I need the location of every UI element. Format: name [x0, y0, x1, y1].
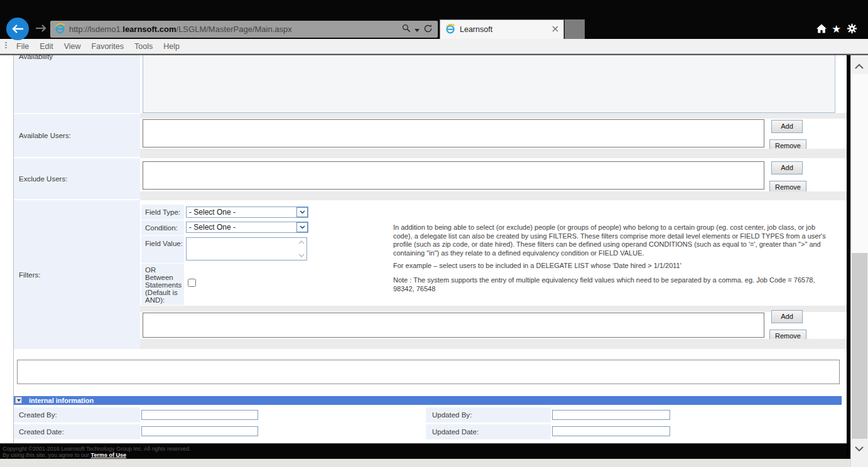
ie-favicon [55, 23, 65, 36]
filters-info-paragraph: In addition to being able to select (or … [393, 223, 833, 257]
condition-label: Condition: [141, 224, 178, 232]
available-users-label-cell: Available Users: [14, 114, 140, 157]
tab-close-icon[interactable] [552, 25, 558, 34]
add-available-users-button[interactable]: Add [771, 120, 803, 133]
row-divider [140, 113, 847, 119]
scrollbar-thumb[interactable] [852, 253, 867, 439]
or-between-checkbox[interactable] [188, 279, 196, 287]
terms-of-use-link[interactable]: Terms of Use [91, 452, 126, 458]
created-date-label: Created Date: [14, 428, 64, 436]
available-users-listbox[interactable] [143, 119, 764, 148]
exclude-users-listbox[interactable] [143, 161, 764, 190]
field-type-selected-value: - Select One - [189, 208, 236, 217]
add-exclude-users-button[interactable]: Add [771, 161, 803, 174]
chevron-up-icon [855, 64, 864, 69]
availability-panel [143, 55, 835, 113]
updated-by-label-cell: Updated By: [426, 407, 551, 422]
menu-item-view[interactable]: View [64, 39, 81, 54]
scroll-up-hint-icon [298, 240, 305, 244]
updated-by-label: Updated By: [426, 411, 472, 419]
created-date-label-cell: Created Date: [14, 424, 140, 439]
copyright-text: Copyright ©2001-2016 Learnsoft Technolog… [3, 446, 191, 452]
toolbar-drag-handle[interactable] [5, 42, 7, 50]
scroll-down-hint-icon [298, 254, 305, 257]
back-arrow-icon [11, 24, 24, 34]
availability-label-cell: Availability [14, 55, 140, 113]
row-divider [140, 149, 847, 158]
condition-selected-value: - Select One - [189, 223, 236, 232]
chevron-down-icon[interactable] [296, 207, 308, 217]
scroll-up-button[interactable] [852, 59, 867, 74]
or-between-label: OR Between Statements (Default is AND): [141, 264, 184, 304]
menu-item-file[interactable]: File [16, 39, 29, 54]
row-divider [140, 339, 847, 349]
internal-information-title: internal information [29, 396, 94, 405]
filters-info-note: Note : The system supports the entry of … [393, 276, 833, 293]
scrollbar-track[interactable] [851, 74, 868, 253]
footer: Copyright ©2001-2016 Learnsoft Technolog… [0, 444, 850, 459]
availability-label: Availability [19, 55, 53, 60]
collapse-toggle-icon[interactable] [15, 397, 22, 404]
forward-button[interactable] [35, 24, 46, 35]
updated-date-label-cell: Updated Date: [426, 424, 551, 439]
status-strip [0, 459, 850, 467]
terms-agreement-prefix: By using this site, you agree to our [3, 452, 91, 458]
exclude-users-label: Exclude Users: [14, 175, 67, 183]
refresh-icon[interactable] [423, 24, 433, 35]
exclude-users-label-cell: Exclude Users: [14, 158, 140, 199]
created-by-label-cell: Created By: [14, 407, 140, 422]
scroll-down-button[interactable] [852, 441, 867, 456]
tab-favicon [445, 24, 455, 36]
updated-by-input[interactable] [552, 410, 670, 420]
created-by-input[interactable] [141, 410, 258, 420]
terms-agreement-text: By using this site, you agree to our Ter… [3, 452, 126, 458]
url-text[interactable]: http://lsdemo1.learnsoft.com/LSGLM/Maste… [69, 24, 292, 34]
favorites-star-icon[interactable]: ★ [832, 23, 841, 36]
chevron-down-icon [855, 446, 864, 451]
created-date-input[interactable] [141, 426, 258, 436]
address-bar[interactable]: http://lsdemo1.learnsoft.com/LSGLM/Maste… [50, 21, 438, 38]
filters-label-cell: Filters: [14, 200, 140, 349]
created-by-label: Created By: [14, 411, 57, 419]
updated-date-input[interactable] [552, 426, 670, 436]
new-tab-button[interactable] [565, 19, 585, 39]
back-button[interactable] [6, 18, 29, 40]
filters-label: Filters: [14, 271, 41, 279]
search-icon[interactable] [402, 24, 411, 35]
updated-date-label: Updated Date: [426, 428, 479, 436]
settings-gear-icon[interactable] [847, 23, 857, 36]
field-type-select[interactable]: - Select One - [186, 207, 308, 218]
menu-item-edit[interactable]: Edit [40, 39, 53, 54]
or-between-label-cell: OR Between Statements (Default is AND): [141, 264, 184, 305]
tab-title: Learnsoft [460, 25, 492, 34]
field-value-label: Field Value: [141, 236, 184, 248]
menu-item-help[interactable]: Help [163, 39, 180, 54]
internal-information-header[interactable]: internal information [14, 396, 842, 405]
notes-textbox[interactable] [17, 360, 840, 384]
search-dropdown-icon[interactable] [415, 24, 420, 34]
url-path: /LSGLM/MasterPage/Main.aspx [176, 24, 292, 34]
menu-item-tools[interactable]: Tools [134, 39, 153, 54]
condition-label-cell: Condition: [141, 220, 184, 235]
row-divider [140, 306, 847, 312]
forward-arrow-icon [35, 24, 46, 33]
filters-info-example: For example – select users to be include… [393, 262, 833, 271]
row-divider [140, 191, 847, 200]
browser-tab[interactable]: Learnsoft [440, 19, 564, 39]
field-type-label-cell: Field Type: [141, 205, 184, 220]
browser-window: http://lsdemo1.learnsoft.com/LSGLM/Maste… [0, 0, 868, 467]
field-value-textarea[interactable] [186, 237, 307, 260]
menu-bar: FileEditViewFavoritesToolsHelp [0, 39, 868, 54]
available-users-label: Available Users: [14, 132, 71, 139]
chevron-down-icon[interactable] [296, 222, 308, 232]
condition-select[interactable]: - Select One - [186, 222, 308, 233]
add-filter-button[interactable]: Add [771, 310, 803, 323]
filters-listbox[interactable] [143, 313, 764, 338]
field-value-label-cell: Field Value: [141, 236, 184, 263]
field-type-label: Field Type: [141, 208, 180, 216]
menu-item-favorites[interactable]: Favorites [92, 39, 124, 54]
url-domain: learnsoft.com [122, 24, 176, 34]
url-prefix: http://lsdemo1. [69, 24, 122, 34]
home-icon[interactable] [816, 23, 827, 36]
